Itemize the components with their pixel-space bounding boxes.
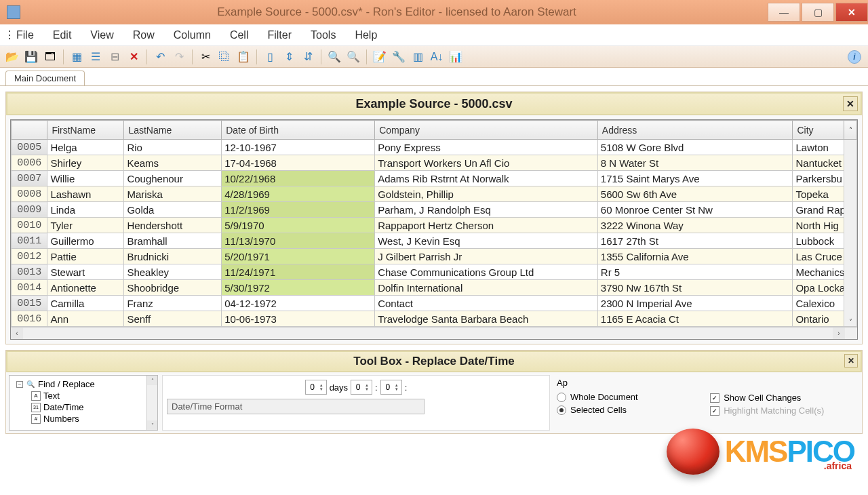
cell-address[interactable]: 1617 27th St — [597, 233, 793, 249]
cell-company[interactable]: Contact — [375, 296, 598, 311]
table-row[interactable]: 0012 Pattie Brudnicki 5/20/1971 J Gilber… — [12, 249, 857, 264]
cell-dob[interactable]: 11/13/1970 — [222, 233, 375, 249]
toolbox-close-button[interactable]: ✕ — [844, 354, 858, 368]
cell-city[interactable]: Calexico — [793, 296, 844, 311]
row-number[interactable]: 0010 — [12, 218, 47, 233]
scroll-down-icon[interactable]: ˅ — [844, 140, 857, 327]
menu-column[interactable]: Column — [164, 26, 220, 44]
row-number[interactable]: 0007 — [12, 171, 47, 186]
cell-address[interactable]: 60 Monroe Center St Nw — [597, 202, 793, 218]
zoomout-icon[interactable]: 🔍 — [345, 49, 361, 65]
cell-address[interactable]: 5108 W Gore Blvd — [597, 140, 793, 155]
delete-icon[interactable]: ✕ — [125, 49, 142, 65]
help-icon[interactable]: i — [848, 50, 861, 64]
nav-numbers[interactable]: #Numbers — [12, 413, 155, 424]
table-row[interactable]: 0006 Shirley Keams 17-04-1968 Transport … — [12, 155, 857, 171]
redo-icon[interactable]: ↷ — [171, 49, 187, 65]
undo-icon[interactable]: ↶ — [152, 49, 168, 65]
cell-address[interactable]: 1355 California Ave — [597, 249, 793, 264]
cell-lastname[interactable]: Brudnicki — [124, 249, 222, 264]
table-row[interactable]: 0014 Antionette Shoobridge 5/30/1972 Dol… — [12, 280, 857, 296]
menu-row[interactable]: Row — [123, 26, 164, 44]
grid-icon[interactable]: ▦ — [68, 49, 85, 65]
cell-dob[interactable]: 11/24/1971 — [222, 264, 375, 280]
row-number[interactable]: 0006 — [12, 155, 47, 171]
cell-firstname[interactable]: Antionette — [47, 280, 124, 296]
col-lastname[interactable]: LastName — [124, 121, 222, 140]
cell-firstname[interactable]: Linda — [47, 202, 124, 218]
row-number[interactable]: 0014 — [12, 280, 47, 296]
cell-firstname[interactable]: Lashawn — [47, 186, 124, 202]
check-highlight-matching[interactable]: Highlight Matching Cell(s) — [710, 404, 856, 417]
open-icon[interactable]: 📂 — [4, 49, 20, 65]
cell-city[interactable]: North Hig — [793, 218, 844, 233]
cell-city[interactable]: Grand Rap — [793, 202, 844, 218]
cell-address[interactable]: 2300 N Imperial Ave — [597, 296, 793, 311]
menu-tools[interactable]: Tools — [301, 26, 345, 44]
cell-lastname[interactable]: Bramhall — [124, 233, 222, 249]
cell-dob[interactable]: 12-10-1967 — [222, 140, 375, 155]
row-number[interactable]: 0016 — [12, 311, 47, 327]
col-address[interactable]: Address — [597, 121, 793, 140]
nav-datetime[interactable]: 31Date/Time — [12, 401, 155, 413]
cell-address[interactable]: 1165 E Acacia Ct — [597, 311, 793, 327]
cut-icon[interactable]: ✂ — [197, 49, 214, 65]
close-button[interactable]: ✕ — [835, 3, 868, 22]
tab-main-document[interactable]: Main Document — [5, 71, 85, 85]
cell-dob[interactable]: 5/30/1972 — [222, 280, 375, 296]
table-row[interactable]: 0010 Tyler Hendershott 5/9/1970 Rappapor… — [12, 218, 857, 233]
panel-icon[interactable]: ▥ — [410, 49, 426, 65]
hscrollbar[interactable]: ‹ › — [11, 327, 857, 339]
cell-firstname[interactable]: Camilla — [47, 296, 124, 311]
cell-dob[interactable]: 4/28/1969 — [222, 186, 375, 202]
cell-lastname[interactable]: Shoobridge — [124, 280, 222, 296]
menu-help[interactable]: Help — [345, 26, 387, 44]
row-number[interactable]: 0009 — [12, 202, 47, 218]
cell-company[interactable]: Transport Workers Un Afl Cio — [375, 155, 598, 171]
cell-lastname[interactable]: Sheakley — [124, 264, 222, 280]
cell-firstname[interactable]: Tyler — [47, 218, 124, 233]
rows-icon[interactable]: ☰ — [87, 49, 104, 65]
cell-dob[interactable]: 10-06-1973 — [222, 311, 375, 327]
row-number[interactable]: 0015 — [12, 296, 47, 311]
menu-view[interactable]: View — [81, 26, 123, 44]
cell-dob[interactable]: 04-12-1972 — [222, 296, 375, 311]
cell-firstname[interactable]: Guillermo — [47, 233, 124, 249]
cell-lastname[interactable]: Mariska — [124, 186, 222, 202]
cell-firstname[interactable]: Shirley — [47, 155, 124, 171]
data-grid[interactable]: FirstName LastName Date of Birth Company… — [10, 119, 858, 340]
cell-company[interactable]: Pony Express — [375, 140, 598, 155]
document-close-button[interactable]: ✕ — [843, 96, 858, 111]
cell-lastname[interactable]: Rio — [124, 140, 222, 155]
cell-city[interactable]: Lubbock — [793, 233, 844, 249]
scroll-left-icon[interactable]: ‹ — [11, 328, 23, 339]
cell-city[interactable]: Las Cruce — [793, 249, 844, 264]
radio-selected-cells[interactable]: Selected Cells — [557, 403, 690, 416]
cell-dob[interactable]: 10/22/1968 — [222, 171, 375, 186]
edit-icon[interactable]: 📝 — [372, 49, 388, 65]
cell-company[interactable]: J Gilbert Parrish Jr — [375, 249, 598, 264]
cell-lastname[interactable]: Franz — [124, 296, 222, 311]
cell-firstname[interactable]: Ann — [47, 311, 124, 327]
table-row[interactable]: 0009 Linda Golda 11/2/1969 Parham, J Ran… — [12, 202, 857, 218]
radio-whole-document[interactable]: Whole Document — [557, 391, 690, 403]
cell-company[interactable]: West, J Kevin Esq — [375, 233, 598, 249]
nav-scroll[interactable]: ˄˅ — [146, 376, 157, 430]
mins-spinner[interactable]: ▲▼ — [380, 380, 402, 395]
menu-file[interactable]: File — [7, 26, 43, 44]
cell-city[interactable]: Mechanics — [793, 264, 844, 280]
cell-dob[interactable]: 5/20/1971 — [222, 249, 375, 264]
table-row[interactable]: 0015 Camilla Franz 04-12-1972 Contact 23… — [12, 296, 857, 311]
cell-firstname[interactable]: Willie — [47, 171, 124, 186]
col-city[interactable]: City — [793, 121, 844, 140]
cell-address[interactable]: Rr 5 — [597, 264, 793, 280]
cell-address[interactable]: 3790 Nw 167th St — [597, 280, 793, 296]
col-company[interactable]: Company — [375, 121, 598, 140]
hours-spinner[interactable]: ▲▼ — [351, 380, 372, 395]
split-icon[interactable]: ⇕ — [281, 49, 297, 65]
cell-firstname[interactable]: Pattie — [47, 249, 124, 264]
nav-text[interactable]: AText — [12, 390, 155, 401]
cell-dob[interactable]: 11/2/1969 — [222, 202, 375, 218]
cell-company[interactable]: Adams Rib Rstrnt At Norwalk — [375, 171, 598, 186]
cell-address[interactable]: 5600 Sw 6th Ave — [597, 186, 793, 202]
